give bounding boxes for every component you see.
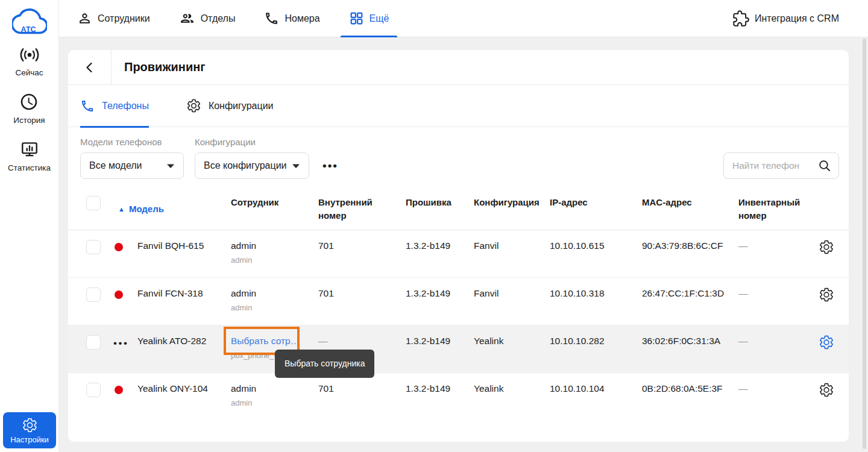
status-cell xyxy=(113,230,137,277)
extension-cell: 701 xyxy=(318,373,406,421)
table-row[interactable]: Fanvil FCN-318 adminadmin 701 1.3.2-b149… xyxy=(68,278,849,325)
row-checkbox[interactable] xyxy=(86,240,101,254)
search-icon[interactable] xyxy=(817,159,832,173)
inventory-cell: — xyxy=(738,230,819,277)
model-cell: Yealink ATO-282 xyxy=(137,325,231,372)
nav-item-more[interactable]: Ещё xyxy=(349,0,389,37)
column-header-inventory: Инвентарный номер xyxy=(738,196,819,222)
configuration-cell: Fanvil xyxy=(474,230,550,277)
scrollbar[interactable] xyxy=(863,39,866,449)
employee-name: admin xyxy=(231,240,256,251)
phone-icon xyxy=(264,11,279,26)
inventory-cell: — xyxy=(738,278,819,325)
main-content: Провижининг Телефоны Конфигурации xyxy=(59,37,868,452)
live-broadcast-icon xyxy=(19,46,40,64)
table-row[interactable]: Fanvil BQH-615 adminadmin 701 1.3.2-b149… xyxy=(68,230,849,278)
actions-cell xyxy=(819,373,839,421)
tab-configurations[interactable]: Конфигурации xyxy=(186,85,274,127)
phone-icon xyxy=(80,99,95,113)
statistics-monitor-icon xyxy=(19,140,40,159)
column-header-mac: MAC-адрес xyxy=(642,196,738,222)
extension-cell: 701 xyxy=(318,230,406,277)
sidebar-item-label: История xyxy=(13,116,45,125)
row-checkbox[interactable] xyxy=(86,287,101,302)
actions-cell xyxy=(819,325,839,372)
sidebar-item-label: Сейчас xyxy=(15,68,43,77)
tab-label: Конфигурации xyxy=(209,101,274,111)
gear-icon xyxy=(22,417,38,433)
settings-button-label: Настройки xyxy=(10,435,49,444)
grid-icon xyxy=(349,11,364,26)
status-cell xyxy=(113,373,137,421)
row-settings-gear-icon[interactable] xyxy=(819,382,834,398)
ip-cell: 10.10.10.615 xyxy=(550,230,642,277)
tooltip: Выбрать сотрудника xyxy=(275,350,374,378)
tab-phones[interactable]: Телефоны xyxy=(80,85,149,127)
ip-cell: 10.10.10.318 xyxy=(550,278,642,325)
nav-item-label: Интеграция с CRM xyxy=(755,13,839,24)
settings-button[interactable]: Настройки xyxy=(3,412,56,448)
tab-label: Телефоны xyxy=(102,101,149,111)
provisioning-card: Провижининг Телефоны Конфигурации xyxy=(68,50,849,442)
column-header-configuration: Конфигурация xyxy=(474,196,550,222)
row-settings-gear-icon[interactable] xyxy=(819,239,834,255)
nav-item-label: Номера xyxy=(285,13,319,24)
configuration-cell: Fanvil xyxy=(474,278,550,325)
filters-bar: Модели телефонов Все модели Конфигурации… xyxy=(68,127,849,179)
select-all-checkbox[interactable] xyxy=(86,196,101,210)
firmware-cell: 1.3.2-b149 xyxy=(406,278,474,325)
firmware-cell: 1.3.2-b149 xyxy=(406,230,474,277)
column-header-model[interactable]: ▲ Модель xyxy=(113,196,231,222)
nav-item-label: Сотрудники xyxy=(98,13,150,24)
table-body: Fanvil BQH-615 adminadmin 701 1.3.2-b149… xyxy=(68,230,849,421)
red-dot-status-icon xyxy=(115,386,123,394)
configurations-select[interactable]: Все конфигурации xyxy=(195,152,309,179)
actions-cell xyxy=(819,278,839,325)
table-row[interactable]: ••• Yealink ATO-282 Выбрать сотр…pbx_pho… xyxy=(68,325,849,373)
nav-item-departments[interactable]: Отделы xyxy=(179,0,236,37)
employee-cell: adminadmin xyxy=(231,278,318,325)
mac-cell: 26:47:CC:1F:C1:3D xyxy=(642,278,738,325)
sidebar-item-history[interactable]: История xyxy=(13,92,45,125)
red-dot-status-icon xyxy=(115,243,123,251)
employee-subtext: admin xyxy=(231,256,318,265)
sidebar-item-statistics[interactable]: Статистика xyxy=(8,140,51,172)
phones-table: ▲ Модель Сотрудник Внутренний номер Прош… xyxy=(68,187,849,421)
nav-item-numbers[interactable]: Номера xyxy=(264,0,319,37)
table-header-row: ▲ Модель Сотрудник Внутренний номер Прош… xyxy=(68,187,849,230)
chevron-down-icon xyxy=(292,163,300,169)
choose-employee-link[interactable]: Выбрать сотр… xyxy=(231,336,300,346)
row-checkbox[interactable] xyxy=(86,383,101,397)
employee-cell: Выбрать сотр…pbx_phone_6608Выбрать сотру… xyxy=(231,325,318,372)
svg-text:АТС: АТС xyxy=(20,25,36,34)
row-settings-gear-icon[interactable] xyxy=(819,287,834,303)
tabs-bar: Телефоны Конфигурации xyxy=(68,85,849,127)
mac-cell: 0B:2D:68:0A:5E:3F xyxy=(642,373,738,421)
more-actions-button[interactable]: ••• xyxy=(320,152,341,179)
employee-subtext: admin xyxy=(231,303,318,312)
nav-item-crm-integration[interactable]: Интеграция с CRM xyxy=(732,0,839,37)
employee-name: admin xyxy=(231,288,256,298)
row-settings-gear-icon[interactable] xyxy=(819,334,834,350)
column-header-ip: IP-адрес xyxy=(550,196,642,222)
nav-item-employees[interactable]: Сотрудники xyxy=(77,0,150,37)
sidebar-item-now[interactable]: Сейчас xyxy=(15,46,43,77)
configuration-cell: Yealink xyxy=(474,325,550,372)
actions-cell xyxy=(819,230,839,277)
employee-name: admin xyxy=(231,383,256,394)
column-header-employee: Сотрудник xyxy=(231,196,318,222)
select-value: Все модели xyxy=(89,160,142,171)
column-header-extension: Внутренний номер xyxy=(318,196,406,222)
mac-cell: 36:02:6F:0C:31:3A xyxy=(642,325,738,372)
row-checkbox[interactable] xyxy=(86,335,101,350)
phone-models-select[interactable]: Все модели xyxy=(80,152,184,179)
table-row[interactable]: Yealink ONY-104 adminadmin 701 1.3.2-b14… xyxy=(68,373,849,421)
back-button[interactable] xyxy=(68,50,112,84)
phone-models-filter-label: Модели телефонов xyxy=(80,137,184,147)
top-navigation: Сотрудники Отделы Номера Ещё xyxy=(59,0,868,37)
red-dot-status-icon xyxy=(115,290,123,299)
person-icon xyxy=(77,11,92,26)
status-cell: ••• xyxy=(113,325,137,372)
atc-cloud-logo[interactable]: АТС xyxy=(12,5,47,36)
inventory-cell: — xyxy=(738,373,819,421)
